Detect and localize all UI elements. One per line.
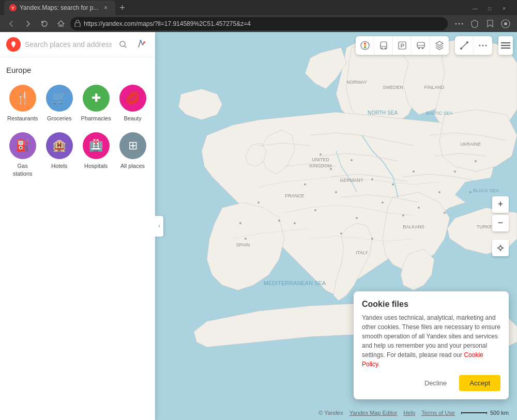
category-restaurants-icon: 🍴	[9, 85, 36, 112]
search-input-wrapper	[25, 40, 112, 49]
category-all-places[interactable]: ⊞All places	[116, 129, 149, 180]
new-tab-button[interactable]: +	[115, 1, 130, 15]
map-tools-left	[356, 36, 449, 55]
region-label: Europe	[6, 66, 149, 74]
svg-rect-0	[75, 23, 80, 27]
category-gas-stations[interactable]: ⛽Gas stations	[6, 129, 39, 180]
home-button[interactable]	[54, 17, 68, 31]
category-pharmacies-label: Pharmacies	[81, 115, 111, 122]
sidebar-content: Europe 🍴Restaurants🛒Groceries✚Pharmacies…	[0, 57, 155, 420]
svg-point-73	[499, 246, 502, 250]
tab-bar: Y Yandex.Maps: search for p... × + — □ ×	[0, 0, 517, 15]
decline-button[interactable]: Decline	[416, 375, 455, 391]
svg-text:FINLAND: FINLAND	[424, 85, 445, 90]
security-icon	[74, 20, 81, 28]
map-editor-link[interactable]: Yandex Map Editor	[349, 410, 398, 416]
cookie-title: Cookie files	[362, 300, 500, 309]
ruler-button[interactable]	[455, 36, 474, 55]
layers-button[interactable]	[430, 36, 449, 55]
svg-point-41	[475, 160, 477, 162]
category-restaurants[interactable]: 🍴Restaurants	[6, 82, 39, 125]
map-area[interactable]: NORWAY SWEDEN FINLAND UNITEDKINGDOM SPAI…	[155, 32, 517, 420]
svg-point-54	[364, 46, 366, 49]
svg-point-38	[418, 207, 420, 209]
svg-point-31	[392, 183, 394, 185]
svg-point-53	[364, 44, 366, 46]
category-restaurants-label: Restaurants	[7, 115, 38, 122]
nav-bar: https://yandex.com/maps/?ll=17.914589%2C…	[0, 15, 517, 32]
help-link[interactable]: Help	[404, 410, 416, 416]
transit-button[interactable]	[374, 36, 393, 55]
sidebar-menu-button[interactable]	[498, 36, 513, 55]
browser-chrome: Y Yandex.Maps: search for p... × + — □ ×	[0, 0, 517, 32]
active-tab[interactable]: Y Yandex.Maps: search for p... ×	[4, 1, 115, 15]
refresh-button[interactable]	[37, 17, 52, 31]
svg-text:MEDITERRANEAN SEA: MEDITERRANEAN SEA	[264, 280, 326, 286]
svg-rect-55	[381, 42, 387, 49]
svg-point-33	[382, 201, 384, 204]
svg-point-26	[320, 153, 322, 155]
search-button[interactable]	[116, 37, 130, 52]
cookie-actions: Decline Accept	[362, 375, 500, 391]
extensions-button[interactable]	[498, 17, 513, 31]
svg-text:FRANCE: FRANCE	[285, 193, 304, 198]
svg-point-49	[314, 209, 316, 211]
forward-button[interactable]	[21, 17, 35, 31]
traffic-button[interactable]	[356, 36, 374, 55]
category-pharmacies[interactable]: ✚Pharmacies	[80, 82, 112, 125]
category-hotels[interactable]: 🏨Hotels	[43, 129, 75, 180]
bus-button[interactable]	[412, 36, 430, 55]
svg-point-57	[381, 48, 382, 49]
maximize-button[interactable]: □	[483, 2, 496, 15]
category-groceries-label: Groceries	[47, 115, 72, 122]
category-gas-stations-icon: ⛽	[9, 132, 36, 159]
address-bar[interactable]: https://yandex.com/maps/?ll=17.914589%2C…	[70, 17, 448, 30]
route-button[interactable]	[134, 37, 149, 52]
minimize-button[interactable]: —	[468, 2, 482, 15]
yandex-credit: © Yandex	[318, 410, 343, 416]
svg-text:BALKANS: BALKANS	[403, 224, 424, 229]
collapse-panel-button[interactable]: ‹	[155, 216, 163, 237]
scale-label: 500 km	[490, 410, 509, 416]
close-window-button[interactable]: ×	[497, 2, 511, 15]
svg-point-28	[304, 183, 306, 185]
parking-button[interactable]	[393, 36, 412, 55]
category-gas-stations-label: Gas stations	[7, 162, 38, 177]
bookmark-button[interactable]	[483, 17, 497, 31]
category-hospitals-icon: 🏥	[83, 132, 110, 159]
category-groceries[interactable]: 🛒Groceries	[43, 82, 75, 125]
category-beauty[interactable]: 💋Beauty	[116, 82, 149, 125]
tab-favicon: Y	[9, 4, 17, 11]
svg-point-66	[466, 41, 468, 43]
map-scale: 500 km	[461, 410, 509, 416]
svg-point-34	[402, 214, 404, 216]
overflow-menu-button[interactable]	[452, 17, 466, 31]
more-tools-button[interactable]	[474, 36, 492, 55]
category-hotels-icon: 🏨	[46, 132, 73, 159]
svg-point-39	[438, 191, 440, 193]
zoom-in-button[interactable]: +	[492, 196, 509, 213]
locate-button[interactable]	[492, 240, 509, 256]
svg-point-42	[469, 191, 472, 193]
map-footer: © Yandex Yandex Map Editor Help Terms of…	[318, 410, 509, 416]
svg-point-45	[278, 220, 280, 222]
svg-text:SWEDEN: SWEDEN	[383, 85, 403, 90]
window-controls: — □ ×	[468, 2, 513, 15]
shield-button[interactable]	[467, 17, 482, 31]
svg-point-46	[245, 238, 247, 240]
sidebar: Europe 🍴Restaurants🛒Groceries✚Pharmacies…	[0, 32, 155, 420]
terms-link[interactable]: Terms of Use	[421, 410, 455, 416]
svg-point-40	[454, 170, 456, 173]
back-button[interactable]	[4, 17, 19, 31]
search-input[interactable]	[25, 40, 112, 49]
search-bar	[0, 32, 155, 57]
svg-point-44	[257, 201, 260, 204]
map-controls: + −	[492, 196, 509, 256]
tab-close-button[interactable]: ×	[102, 4, 110, 12]
svg-point-27	[351, 159, 353, 161]
category-hospitals[interactable]: 🏥Hospitals	[80, 129, 112, 180]
zoom-out-button[interactable]: −	[492, 215, 509, 231]
svg-point-29	[335, 191, 337, 193]
accept-button[interactable]: Accept	[459, 375, 500, 391]
search-pin-icon	[6, 37, 21, 52]
